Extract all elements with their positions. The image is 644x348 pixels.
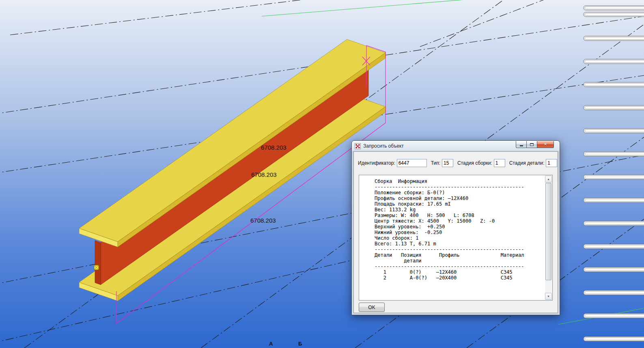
inquire-object-dialog[interactable]: Запросить объект ✕ Идентификатор: Тип: С… [351, 140, 560, 315]
dimension-label: 6708.203 [261, 144, 286, 151]
scroll-down-button[interactable]: ▼ [545, 293, 552, 300]
dimension-label: 6708.203 [251, 171, 277, 178]
button-row: OK [359, 303, 553, 312]
window-controls: ✕ [516, 141, 554, 148]
minimize-icon [520, 145, 523, 146]
arrow-down-icon: ▼ [547, 295, 550, 298]
part-phase-input[interactable] [546, 159, 557, 167]
assembly-phase-label: Стадия сборки: [457, 160, 492, 166]
app-icon [355, 143, 361, 149]
ok-button[interactable]: OK [359, 303, 385, 312]
assembly-phase-input[interactable] [494, 159, 505, 167]
identifier-label: Идентификатор: [358, 160, 395, 166]
type-input[interactable] [442, 159, 453, 167]
identifier-input[interactable] [397, 159, 427, 167]
type-label: Тип: [431, 160, 440, 166]
dialog-client-area: Идентификатор: Тип: Стадия сборки: Стади… [353, 151, 558, 313]
fields-row: Идентификатор: Тип: Стадия сборки: Стади… [358, 159, 554, 167]
close-button[interactable]: ✕ [537, 141, 554, 148]
arrow-up-icon: ▲ [547, 178, 550, 180]
dialog-title: Запросить объект [363, 143, 404, 149]
grid-axis-label: А [269, 341, 273, 347]
maximize-icon [530, 143, 534, 146]
dimension-label: 6708.203 [250, 217, 276, 224]
maximize-button[interactable] [526, 141, 537, 148]
report-scrollbar[interactable]: ▲ ▼ [545, 176, 552, 300]
scrollbar-thumb[interactable] [545, 183, 551, 280]
grid-axis-label: Б [298, 341, 302, 347]
minimize-button[interactable] [516, 141, 527, 148]
scroll-up-button[interactable]: ▲ [545, 176, 552, 183]
inquiry-report-area[interactable]: Сборка Информация ----------------------… [359, 175, 553, 301]
close-icon: ✕ [544, 142, 547, 146]
inquiry-report-text: Сборка Информация ----------------------… [359, 175, 552, 284]
part-phase-label: Стадия детали: [509, 160, 545, 166]
